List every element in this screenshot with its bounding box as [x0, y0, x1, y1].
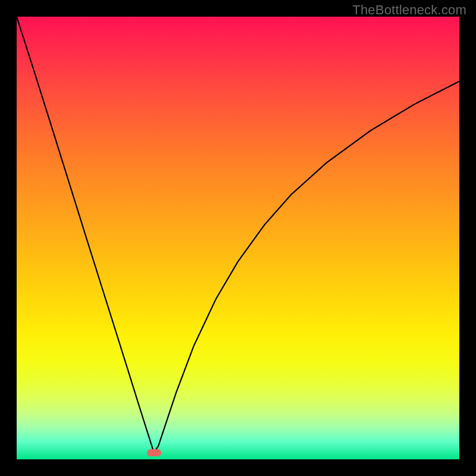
watermark: TheBottleneck.com	[352, 2, 466, 18]
bottleneck-curve	[17, 17, 459, 459]
minimum-marker	[147, 449, 161, 456]
chart-plot-area	[17, 17, 459, 459]
